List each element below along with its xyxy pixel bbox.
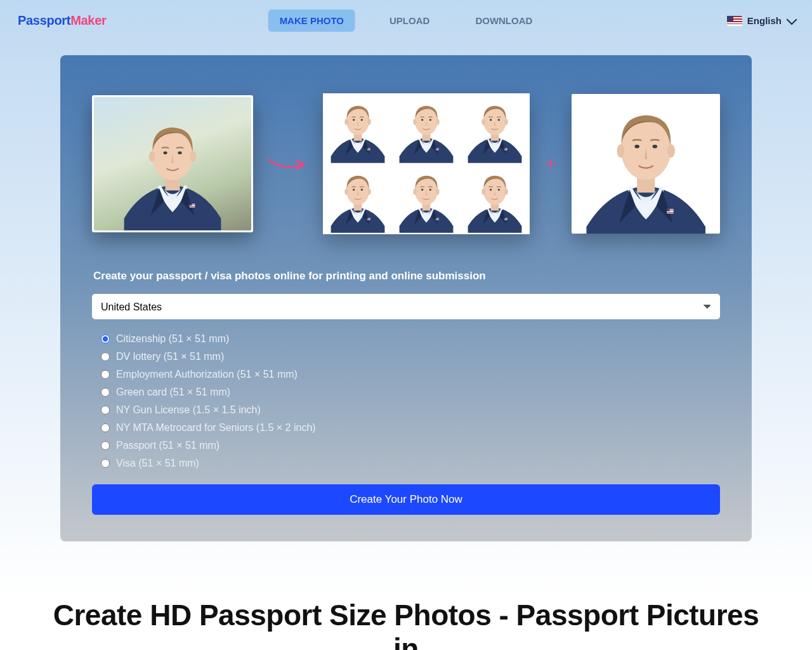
arrow-icon xyxy=(266,154,310,173)
radio-label: Passport (51 × 51 mm) xyxy=(116,440,219,451)
photo-sheet xyxy=(323,93,530,234)
create-photo-button[interactable]: Create Your Photo Now xyxy=(92,484,720,515)
radio-label: NY MTA Metrocard for Seniors (1.5 × 2 in… xyxy=(116,422,316,434)
radio-visa[interactable]: Visa (51 × 51 mm) xyxy=(101,458,720,469)
radio-input[interactable] xyxy=(101,352,110,361)
main-card: + Create your passport / visa photos onl… xyxy=(60,55,752,541)
single-output-photo xyxy=(572,94,720,234)
us-flag-icon xyxy=(727,16,742,26)
radio-label: Citizenship (51 × 51 mm) xyxy=(116,333,229,345)
nav-make-photo[interactable]: MAKE PHOTO xyxy=(268,10,355,32)
form-prompt: Create your passport / visa photos onlin… xyxy=(92,270,720,282)
radio-green-card[interactable]: Green card (51 × 51 mm) xyxy=(101,387,720,398)
radio-ny-mta-metrocard[interactable]: NY MTA Metrocard for Seniors (1.5 × 2 in… xyxy=(101,422,720,434)
radio-input[interactable] xyxy=(101,441,110,450)
radio-citizenship[interactable]: Citizenship (51 × 51 mm) xyxy=(101,333,720,345)
main-nav: MAKE PHOTO UPLOAD DOWNLOAD xyxy=(268,10,544,32)
chevron-down-icon xyxy=(787,14,797,25)
sheet-cell xyxy=(324,164,391,233)
radio-employment-auth[interactable]: Employment Authorization (51 × 51 mm) xyxy=(101,369,720,380)
logo[interactable]: PassportMaker xyxy=(18,13,107,28)
nav-upload[interactable]: UPLOAD xyxy=(378,10,441,32)
header: PassportMaker MAKE PHOTO UPLOAD DOWNLOAD… xyxy=(0,0,812,41)
page-headline: Create HD Passport Size Photos - Passpor… xyxy=(0,599,812,650)
source-photo xyxy=(92,95,253,232)
radio-label: Green card (51 × 51 mm) xyxy=(116,387,230,398)
logo-text-2: Maker xyxy=(70,13,106,27)
sheet-cell xyxy=(393,164,460,233)
radio-input[interactable] xyxy=(101,388,110,397)
nav-download[interactable]: DOWNLOAD xyxy=(464,10,544,32)
radio-input[interactable] xyxy=(101,406,110,415)
sheet-cell xyxy=(461,164,528,233)
radio-dv-lottery[interactable]: DV lottery (51 × 51 mm) xyxy=(101,351,720,362)
language-label: English xyxy=(747,15,782,26)
sheet-cell xyxy=(461,95,528,163)
document-type-radios: Citizenship (51 × 51 mm) DV lottery (51 … xyxy=(92,333,720,469)
radio-label: Employment Authorization (51 × 51 mm) xyxy=(116,369,298,380)
radio-ny-gun-license[interactable]: NY Gun License (1.5 × 1.5 inch) xyxy=(101,404,720,416)
country-select[interactable]: United States xyxy=(92,294,720,319)
radio-label: DV lottery (51 × 51 mm) xyxy=(116,351,224,362)
source-photo-image xyxy=(94,97,251,230)
photo-demo-row: + xyxy=(92,93,720,234)
radio-passport[interactable]: Passport (51 × 51 mm) xyxy=(101,440,720,451)
radio-label: Visa (51 × 51 mm) xyxy=(116,458,199,469)
sheet-cell xyxy=(393,95,460,163)
sheet-cell xyxy=(324,95,391,163)
radio-input[interactable] xyxy=(101,370,110,379)
logo-text-1: Passport xyxy=(18,13,70,27)
plus-icon: + xyxy=(542,153,559,175)
radio-input[interactable] xyxy=(101,459,110,468)
language-selector[interactable]: English xyxy=(727,15,794,26)
hero-section: + Create your passport / visa photos onl… xyxy=(0,41,812,599)
radio-input[interactable] xyxy=(101,335,110,343)
radio-label: NY Gun License (1.5 × 1.5 inch) xyxy=(116,404,261,416)
radio-input[interactable] xyxy=(101,423,110,432)
